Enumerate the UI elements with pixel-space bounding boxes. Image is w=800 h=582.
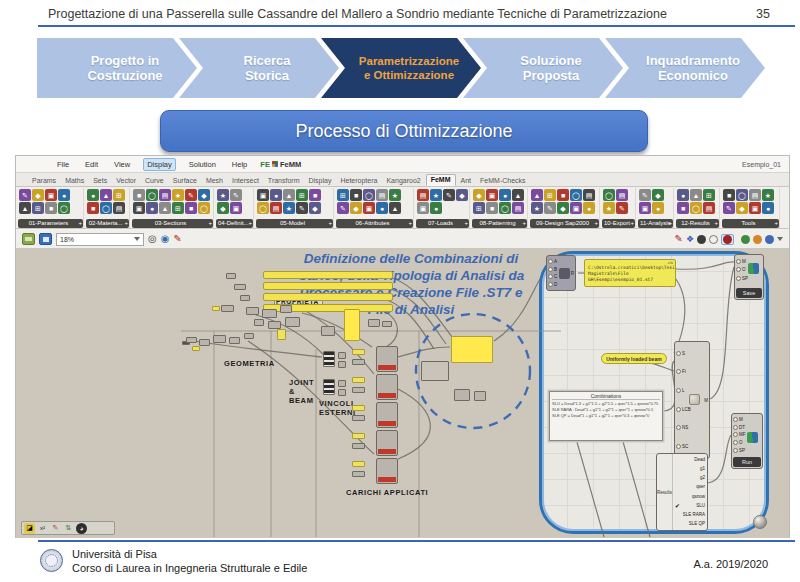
node-box[interactable] bbox=[280, 305, 292, 313]
toolbar-icon[interactable]: ◯ bbox=[499, 202, 511, 214]
tab-curve[interactable]: Curve bbox=[141, 176, 168, 186]
toolbar-icon[interactable]: ⊞ bbox=[172, 202, 184, 214]
node-box[interactable] bbox=[352, 377, 365, 383]
node-box[interactable] bbox=[352, 387, 365, 393]
fast-preview-icon[interactable]: ❖ bbox=[686, 235, 694, 244]
toolbar-icon[interactable]: ★ bbox=[283, 202, 295, 214]
node-box[interactable] bbox=[229, 337, 240, 344]
node-box[interactable] bbox=[212, 306, 220, 311]
toolbar-icon[interactable]: ■ bbox=[677, 202, 689, 214]
preview-off-icon[interactable] bbox=[697, 235, 706, 244]
toolbar-group-label[interactable]: 07-Loads+ bbox=[416, 219, 469, 228]
tab-intersect[interactable]: Intersect bbox=[228, 176, 263, 186]
toolbar-icon[interactable]: ◆ bbox=[652, 189, 664, 201]
toolbar-icon[interactable]: ▣ bbox=[257, 189, 269, 201]
tab-kangaroo2[interactable]: Kangaroo2 bbox=[382, 176, 424, 186]
toolbar-icon[interactable]: ▤ bbox=[583, 189, 595, 201]
toolbar-icon[interactable]: ▤ bbox=[703, 202, 715, 214]
result-item[interactable]: SLE RARA bbox=[675, 512, 705, 518]
filepath-panel[interactable]: c/o C:\Ostrela.creatici\Desktop\TesiMagi… bbox=[584, 259, 676, 287]
component-node[interactable] bbox=[376, 346, 398, 372]
toolbar-icon[interactable]: ▲ bbox=[159, 202, 171, 214]
toolbar-icon[interactable]: ▤ bbox=[159, 189, 171, 201]
panel-bar[interactable] bbox=[263, 282, 393, 290]
toolbar-icon[interactable]: ▤ bbox=[616, 189, 628, 201]
chevron-down-icon[interactable] bbox=[777, 237, 783, 241]
node-box[interactable] bbox=[226, 273, 236, 279]
toolbar-icon[interactable]: ◯ bbox=[100, 202, 112, 214]
toolbar-icon[interactable]: ▲ bbox=[512, 189, 524, 201]
node-box[interactable] bbox=[454, 389, 470, 401]
toolbar-icon[interactable]: ✎ bbox=[230, 189, 242, 201]
result-item[interactable]: g1 bbox=[675, 466, 705, 472]
node-box[interactable] bbox=[240, 295, 250, 301]
toolbar-icon[interactable]: ◆ bbox=[309, 202, 321, 214]
node-box[interactable] bbox=[192, 346, 200, 351]
toolbar-icon[interactable]: ◯ bbox=[736, 189, 748, 201]
toolbar-icon[interactable]: ● bbox=[87, 189, 99, 201]
tab-sets[interactable]: Sets bbox=[89, 176, 111, 186]
node-box[interactable] bbox=[338, 389, 346, 396]
node-box[interactable] bbox=[244, 333, 254, 339]
toolbar-icon[interactable]: ★ bbox=[531, 202, 543, 214]
toolbar-icon[interactable]: ◯ bbox=[198, 202, 210, 214]
toolbar-icon[interactable]: ▲ bbox=[100, 189, 112, 201]
toolbar-group-label[interactable]: 10-Export+ bbox=[602, 219, 635, 228]
toolbar-icon[interactable]: ▣ bbox=[749, 202, 761, 214]
toolbar-group-label[interactable]: 08-Patterning+ bbox=[472, 219, 527, 228]
align-widget-icon[interactable]: ⇅ bbox=[63, 523, 74, 534]
tab-femm-checks[interactable]: FeMM-Checks bbox=[476, 176, 530, 186]
toolbar-icon[interactable]: ★ bbox=[762, 189, 774, 201]
tab-display[interactable]: Display bbox=[305, 176, 336, 186]
toolbar-icon[interactable]: ● bbox=[58, 189, 70, 201]
toolbar-icon[interactable]: ◯ bbox=[690, 202, 702, 214]
zoom-extents-icon[interactable]: ◎ bbox=[148, 234, 157, 244]
toolbar-icon[interactable]: ▤ bbox=[512, 202, 524, 214]
toolbar-icon[interactable]: ⊞ bbox=[296, 189, 308, 201]
node-box[interactable] bbox=[352, 405, 365, 411]
toolbar-icon[interactable]: ✎ bbox=[19, 189, 31, 201]
node-box[interactable] bbox=[382, 321, 392, 327]
toolbar-icon[interactable]: ▲ bbox=[19, 202, 31, 214]
run-node-button[interactable]: Run bbox=[733, 457, 761, 467]
toolbar-group-label[interactable]: 04-Definit...+ bbox=[216, 219, 253, 228]
toolbar-icon[interactable]: ▲ bbox=[389, 202, 401, 214]
component-node[interactable] bbox=[376, 458, 398, 484]
node-box[interactable] bbox=[368, 319, 380, 327]
node-box[interactable] bbox=[474, 391, 486, 401]
toolbar-icon[interactable]: ■ bbox=[350, 189, 362, 201]
tab-maths[interactable]: Maths bbox=[61, 176, 88, 186]
markov-widget-icon[interactable]: ◪ bbox=[24, 523, 35, 534]
node-box[interactable] bbox=[352, 349, 365, 355]
toolbar-group-label[interactable]: 06-Attributes+ bbox=[336, 219, 413, 228]
result-item[interactable]: SLE QP bbox=[675, 521, 705, 527]
toolbar-icon[interactable]: ● bbox=[146, 202, 158, 214]
menu-item-help[interactable]: Help bbox=[229, 159, 250, 170]
component-node[interactable] bbox=[376, 430, 398, 456]
node-box[interactable] bbox=[213, 335, 226, 343]
panel-bar[interactable] bbox=[263, 271, 393, 279]
node-box[interactable] bbox=[268, 321, 281, 329]
toolbar-icon[interactable]: ▣ bbox=[639, 202, 651, 214]
toolbar-icon[interactable]: ▤ bbox=[417, 189, 429, 201]
toolbar-icon[interactable]: ✎ bbox=[185, 189, 197, 201]
node-box[interactable] bbox=[344, 309, 360, 341]
toolbar-icon[interactable]: ✎ bbox=[296, 202, 308, 214]
node-box[interactable] bbox=[352, 471, 365, 477]
result-item[interactable]: Dead bbox=[675, 457, 705, 463]
preview-eye-icon[interactable]: ◉ bbox=[161, 234, 170, 244]
node-box[interactable] bbox=[338, 380, 346, 387]
loaded-beam-capsule[interactable]: Uniformly loaded beam bbox=[601, 353, 667, 364]
toolbar-icon[interactable]: ▣ bbox=[363, 202, 375, 214]
toolbar-icon[interactable]: ⊞ bbox=[473, 202, 485, 214]
toolbar-icon[interactable]: ■ bbox=[45, 202, 57, 214]
toolbar-icon[interactable]: ✎ bbox=[723, 202, 735, 214]
tab-mesh[interactable]: Mesh bbox=[202, 176, 227, 186]
node-box[interactable] bbox=[338, 352, 346, 359]
node-box[interactable] bbox=[186, 337, 197, 343]
toolbar-group-label[interactable]: Tools+ bbox=[722, 219, 779, 228]
toolbar-icon[interactable]: ■ bbox=[557, 189, 569, 201]
menu-item-display[interactable]: Display bbox=[143, 158, 176, 171]
toolbar-icon[interactable]: ● bbox=[652, 202, 664, 214]
combinations-panel[interactable]: Combinations SLU = Dead*1.3 + g1*1.5 + g… bbox=[549, 391, 663, 441]
